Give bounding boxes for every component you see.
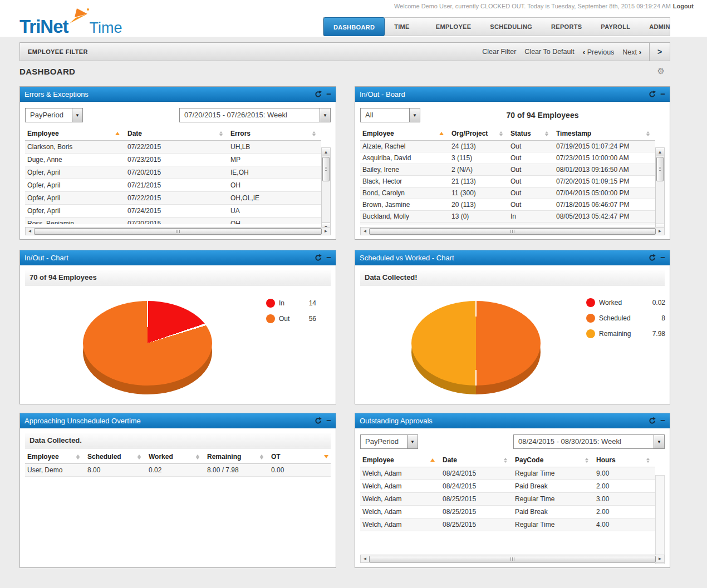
tab-payroll[interactable]: PAYROLL	[591, 18, 640, 36]
col-header-employee[interactable]: Employee	[25, 130, 125, 137]
tab-dashboard[interactable]: DASHBOARD	[323, 17, 385, 36]
tab-time-cards[interactable]: TIME CARDS	[385, 18, 426, 36]
scroll-left-icon[interactable]: ◄	[361, 555, 369, 562]
minimize-icon[interactable]: −	[326, 255, 331, 260]
clear-to-default-link[interactable]: Clear To Default	[524, 48, 574, 56]
table-row[interactable]: Welch, Adam08/25/2015Paid Break2.00	[360, 506, 655, 518]
horizontal-scrollbar[interactable]: ◄ ►	[25, 227, 331, 235]
table-row[interactable]: Welch, Adam08/25/2015Regular Time3.00	[360, 493, 655, 506]
page-title: DASHBOARD	[19, 67, 75, 76]
table-row[interactable]: Ross, Benjamin07/20/2015OH	[25, 218, 321, 224]
tab-reports[interactable]: REPORTS	[542, 18, 591, 36]
table-row[interactable]: Black, Hector21 (113)Out07/20/2015 01:09…	[360, 176, 655, 187]
payperiod-select[interactable]: PayPeriod▼	[360, 434, 418, 449]
refresh-icon[interactable]	[315, 91, 322, 98]
vertical-scrollbar[interactable]: ▲ ▼	[655, 147, 665, 233]
clear-filter-link[interactable]: Clear Filter	[482, 48, 516, 56]
board-filter-select[interactable]: All▼	[360, 108, 420, 122]
table-row[interactable]: Brown, Jasmine20 (113)Out07/18/2015 06:4…	[360, 199, 655, 211]
previous-link[interactable]: ‹ Previous	[583, 48, 615, 56]
refresh-icon[interactable]	[315, 254, 322, 261]
table-row[interactable]: Bailey, Irene2 (N/A)Out08/01/2013 09:16:…	[360, 164, 655, 176]
tab-employee[interactable]: EMPLOYEE	[426, 18, 481, 36]
refresh-icon[interactable]	[649, 91, 656, 98]
col-header-worked[interactable]: Worked	[146, 453, 205, 461]
col-header-date[interactable]: Date	[440, 456, 513, 464]
horizontal-scrollbar[interactable]: ◄ ►	[360, 227, 665, 235]
table-row[interactable]: Welch, Adam08/24/2015Paid Break2.00	[360, 480, 655, 493]
col-header-employee[interactable]: Employee	[360, 456, 440, 464]
panel-errors-exceptions: Errors & Exceptions − PayPeriod▼ 07/20/2…	[19, 86, 336, 240]
dropdown-arrow-icon: ▼	[654, 435, 664, 448]
vertical-scrollbar[interactable]: ▲ ▼	[321, 147, 331, 231]
col-header-errors[interactable]: Errors	[228, 130, 321, 137]
chart-summary: 70 of 94 Employees	[25, 270, 331, 285]
scrollbar-thumb[interactable]	[34, 228, 322, 235]
legend-dot-remaining	[586, 329, 595, 338]
scroll-right-icon[interactable]: ►	[322, 228, 330, 235]
table-row[interactable]: Asquiriba, David3 (115)Out07/23/2015 10:…	[360, 152, 655, 164]
table-row-partial[interactable]: Buckley, Anne21 (113)Out07/20/2015 10:10…	[360, 223, 655, 225]
logout-link[interactable]: Logout	[673, 3, 694, 9]
gear-icon[interactable]: ⚙	[657, 66, 665, 76]
scroll-up-icon[interactable]: ▲	[322, 148, 330, 156]
refresh-icon[interactable]	[315, 417, 322, 424]
scrollbar-thumb[interactable]	[369, 228, 656, 235]
table-row[interactable]: Bond, Carolyn11 (300)Out07/04/2015 05:00…	[360, 187, 655, 199]
scroll-left-icon[interactable]: ◄	[361, 228, 369, 235]
col-header-org-project[interactable]: Org/Project	[449, 130, 508, 137]
scrollbar-thumb[interactable]	[656, 157, 664, 181]
minimize-icon[interactable]: −	[660, 91, 665, 97]
table-row[interactable]: Alzate, Rachel24 (113)Out07/19/2015 01:0…	[360, 141, 655, 152]
minimize-icon[interactable]: −	[660, 255, 665, 260]
col-header-status[interactable]: Status	[508, 130, 554, 137]
table-row[interactable]: Opfer, April07/20/2015IE,OH	[25, 166, 321, 179]
period-select[interactable]: 07/20/2015 - 07/26/2015: Weekl▼	[179, 108, 331, 122]
vertical-scrollbar-track[interactable]	[655, 475, 665, 564]
panel-title: Approaching Unscheduled Overtime	[24, 417, 141, 425]
col-header-hours[interactable]: Hours	[594, 456, 655, 464]
col-header-date[interactable]: Date	[125, 130, 228, 137]
table-row[interactable]: User, Demo8.000.028.00 / 7.980.00	[25, 464, 331, 477]
table-row[interactable]: Welch, Adam08/24/2015Regular Time9.00	[360, 467, 655, 480]
period-select[interactable]: 08/24/2015 - 08/30/2015: Weekl▼	[513, 434, 665, 449]
minimize-icon[interactable]: −	[326, 91, 331, 97]
table-row[interactable]: Duge, Anne07/23/2015MP	[25, 154, 321, 166]
payperiod-select[interactable]: PayPeriod▼	[25, 108, 83, 122]
tab-scheduling[interactable]: SCHEDULING	[480, 18, 542, 36]
scrollbar-thumb[interactable]	[369, 556, 656, 562]
refresh-icon[interactable]	[649, 254, 656, 261]
panel-title: Errors & Exceptions	[24, 90, 89, 98]
scroll-up-icon[interactable]: ▲	[656, 148, 664, 156]
filter-expand-button[interactable]: >	[649, 43, 670, 61]
col-header-timestamp[interactable]: Timestamp	[554, 130, 655, 137]
col-header-remaining[interactable]: Remaining	[205, 453, 269, 461]
table-row[interactable]: Opfer, April07/22/2015OH,OL,IE	[25, 192, 321, 205]
col-header-scheduled[interactable]: Scheduled	[85, 453, 146, 461]
col-header-ot[interactable]: OT	[269, 453, 331, 461]
col-header-employee[interactable]: Employee	[25, 453, 85, 461]
minimize-icon[interactable]: −	[660, 418, 665, 423]
board-summary: 70 of 94 Employees	[420, 111, 665, 120]
table-row[interactable]: Welch, Adam08/25/2015Regular Time4.00	[360, 518, 655, 531]
refresh-icon[interactable]	[649, 417, 656, 424]
sort-asc-icon	[430, 458, 435, 462]
horizontal-scrollbar[interactable]: ◄ ►	[360, 555, 665, 563]
table-row[interactable]: Clarkson, Boris07/22/2015UH,LB	[25, 141, 321, 154]
scroll-right-icon[interactable]: ►	[656, 555, 664, 562]
table-row[interactable]: Opfer, April07/21/2015OH	[25, 179, 321, 192]
minimize-icon[interactable]: −	[326, 418, 331, 423]
sort-icon	[196, 454, 199, 459]
table-row[interactable]: Buckland, Molly13 (0)In08/05/2013 05:42:…	[360, 211, 655, 223]
scrollbar-thumb[interactable]	[322, 157, 330, 181]
trinet-time-dashboard: Welcome Demo User, currently CLOCKED OUT…	[0, 0, 707, 588]
tab-admin[interactable]: ADMIN	[640, 18, 680, 36]
table-row[interactable]: Opfer, April07/24/2015UA	[25, 205, 321, 218]
panel-outstanding-approvals: Outstanding Approvals − PayPeriod▼ 08/24…	[355, 413, 670, 568]
col-header-employee[interactable]: Employee	[360, 130, 449, 137]
dropdown-arrow-icon: ▼	[72, 108, 82, 122]
scroll-left-icon[interactable]: ◄	[26, 228, 34, 235]
col-header-paycode[interactable]: PayCode	[513, 456, 594, 464]
scroll-right-icon[interactable]: ►	[656, 228, 664, 235]
next-link[interactable]: Next ›	[622, 48, 641, 56]
